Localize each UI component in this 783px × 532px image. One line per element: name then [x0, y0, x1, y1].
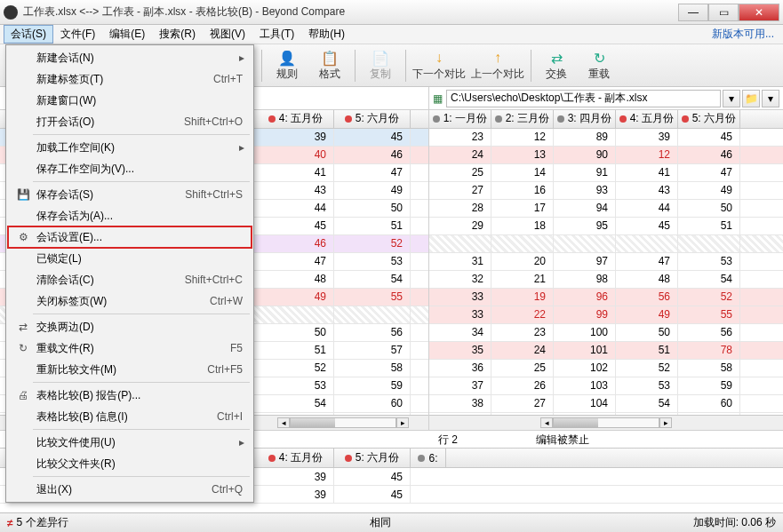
table-row[interactable]: 3221984854 [429, 271, 783, 289]
column-header[interactable]: 1: 一月份 [429, 110, 491, 128]
cell: 45 [334, 129, 411, 146]
table-row[interactable]: 2716934349 [429, 182, 783, 200]
menu-item[interactable]: 关闭标签页(W)Ctrl+W [8, 290, 252, 312]
table-row[interactable]: 2918954551 [429, 218, 783, 235]
menu-item[interactable]: 新建标签页(T)Ctrl+T [8, 68, 252, 90]
not-equal-icon: ≠ [7, 517, 13, 529]
menu-item[interactable]: 退出(X)Ctrl+Q [8, 479, 252, 500]
table-row[interactable]: 3322994955 [429, 306, 783, 324]
menu-5[interactable]: 工具(T) [252, 25, 301, 44]
table-row[interactable]: 34231005056 [429, 324, 783, 342]
table-row[interactable]: 2817944450 [429, 200, 783, 218]
menu-item-label: 新建会话(N) [33, 51, 236, 66]
table-row[interactable]: 36251025258 [429, 360, 783, 377]
cell: 100 [554, 324, 616, 341]
column-header[interactable]: 5: 六月份 [334, 449, 411, 467]
menu-3[interactable]: 搜索(R) [152, 25, 203, 44]
copy-button: 📄复制 [359, 46, 402, 85]
column-header[interactable]: 5: 六月份 [678, 110, 740, 128]
column-header[interactable]: 4: 五月份 [258, 110, 334, 128]
cell: 99 [554, 306, 616, 323]
menu-item[interactable]: 比较文件使用(U)▸ [8, 432, 252, 453]
load-time-label: 加载时间: 0.06 秒 [693, 515, 776, 530]
rules-button[interactable]: 👤规则 [266, 46, 308, 85]
menu-item-label: 退出(X) [33, 482, 212, 497]
app-icon [4, 5, 18, 20]
table-row[interactable]: 37261035359 [429, 377, 783, 395]
right-path-input[interactable] [446, 90, 721, 107]
menu-item-icon: ⇄ [13, 321, 33, 333]
maximize-button[interactable]: ▭ [708, 4, 739, 21]
cell: 48 [616, 271, 678, 288]
new-version-link[interactable]: 新版本可用... [707, 27, 779, 42]
menu-item[interactable]: 🖨表格比较(B) 报告(P)... [8, 385, 252, 406]
cell: 45 [678, 129, 740, 146]
diff-dot-icon [557, 115, 564, 123]
column-header[interactable]: 6: [411, 449, 446, 467]
cell: 90 [554, 147, 616, 163]
cell: 53 [258, 377, 334, 394]
menu-item[interactable]: 保存会话为(A)... [8, 205, 252, 226]
close-button[interactable]: ✕ [739, 4, 779, 21]
column-header[interactable]: 5: 六月份 [334, 110, 411, 128]
column-header[interactable]: 3: 四月份 [554, 110, 616, 128]
table-row[interactable]: 2312893945 [429, 129, 783, 147]
cell: 13 [491, 147, 554, 163]
minimize-button[interactable]: — [678, 4, 708, 21]
menu-0[interactable]: 会话(S) [4, 25, 53, 44]
table-row[interactable]: 35241015178 [429, 342, 783, 360]
column-header[interactable]: 4: 五月份 [616, 110, 678, 128]
menu-item[interactable]: 比较父文件夹(R) [8, 453, 252, 474]
next-diff-button[interactable]: ↓下一个对比 [410, 46, 468, 85]
table-row[interactable]: 3319965652 [429, 289, 783, 306]
cell: 46 [258, 235, 334, 252]
path-dropdown-icon[interactable]: ▾ [723, 90, 740, 107]
diff-dot-icon [268, 115, 276, 123]
table-row[interactable]: 3120974753 [429, 253, 783, 271]
table-row[interactable]: 2514914147 [429, 164, 783, 182]
cell: 28 [429, 200, 491, 217]
menu-6[interactable]: 帮助(H) [301, 25, 352, 44]
cell: 58 [334, 360, 411, 377]
menu-item[interactable]: ↻重载文件(R)F5 [8, 337, 252, 359]
menu-item[interactable]: 重新比较文件(M)Ctrl+F5 [8, 359, 252, 380]
diff-dot-icon [268, 455, 276, 462]
format-button[interactable]: 📋格式 [308, 46, 351, 85]
menu-item[interactable]: 保存工作空间为(V)... [8, 158, 252, 179]
menu-item[interactable]: 新建会话(N)▸ [8, 47, 252, 68]
menu-item-shortcut: Ctrl+I [217, 410, 246, 423]
menu-2[interactable]: 编辑(E) [102, 25, 152, 44]
column-header[interactable]: 2: 三月份 [491, 110, 554, 128]
menu-item-label: 保存会话为(A)... [33, 209, 243, 224]
right-hscrollbar[interactable]: ◂▸ [429, 415, 783, 430]
cell: 52 [334, 235, 411, 252]
menu-item[interactable]: 表格比较(B) 信息(I)Ctrl+I [8, 406, 252, 427]
table-row[interactable]: 2413901246 [429, 147, 783, 164]
cell: 51 [258, 342, 334, 359]
table-row[interactable] [429, 235, 783, 253]
cell: 60 [334, 395, 411, 412]
cell: 44 [616, 200, 678, 217]
column-header[interactable]: 4: 五月份 [258, 449, 334, 467]
menu-item[interactable]: 清除会话(C)Shift+Ctrl+C [8, 269, 252, 290]
menu-1[interactable]: 文件(F) [53, 25, 102, 44]
menu-item-label: 比较文件使用(U) [33, 435, 236, 450]
reload-button[interactable]: ↻重载 [578, 46, 620, 85]
menu-item[interactable]: 已锁定(L) [8, 248, 252, 269]
submenu-arrow-icon: ▸ [239, 52, 246, 64]
menu-item-shortcut: Ctrl+T [213, 73, 246, 85]
menu-item[interactable]: 新建窗口(W) [8, 90, 252, 111]
menu-item[interactable]: 打开会话(O)Shift+Ctrl+O [8, 111, 252, 132]
swap-button[interactable]: ⇄交换 [535, 46, 578, 85]
menu-item[interactable]: 💾保存会话(S)Shift+Ctrl+S [8, 184, 252, 205]
prev-diff-button[interactable]: ↑上一个对比 [468, 46, 527, 85]
menu-item[interactable]: ⚙会话设置(E)... [8, 226, 252, 248]
menu-4[interactable]: 视图(V) [203, 25, 252, 44]
browse-button[interactable]: 📁 [742, 90, 760, 107]
menu-item[interactable]: ⇄交换两边(D) [8, 316, 252, 337]
menu-item-shortcut: Ctrl+F5 [207, 363, 246, 376]
menu-item[interactable]: 加载工作空间(K)▸ [8, 137, 252, 158]
menu-item-shortcut: Shift+Ctrl+O [184, 115, 246, 128]
table-row[interactable]: 38271045460 [429, 395, 783, 413]
path-menu-button[interactable]: ▾ [762, 90, 779, 107]
